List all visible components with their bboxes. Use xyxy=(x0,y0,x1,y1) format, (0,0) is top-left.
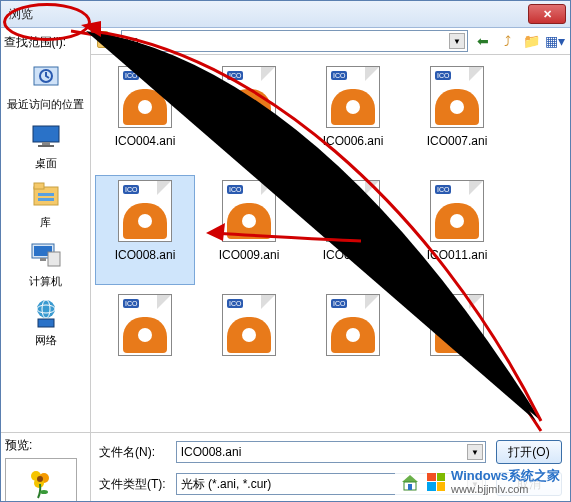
close-button[interactable]: ✕ xyxy=(528,4,566,24)
file-name-label: ICO006.ani xyxy=(323,134,384,148)
window-title: 浏览 xyxy=(5,6,528,23)
places-item-label: 最近访问的位置 xyxy=(6,97,86,112)
svg-rect-6 xyxy=(34,183,44,189)
file-thumbnail: ICO xyxy=(326,180,380,242)
back-icon[interactable]: ⬅ xyxy=(474,32,492,50)
places-item-libraries[interactable]: 库 xyxy=(6,177,86,230)
file-item[interactable]: ICO xyxy=(303,289,403,399)
file-item[interactable]: ICOICO010.ani xyxy=(303,175,403,285)
file-item[interactable]: ICOICO006.ani xyxy=(303,61,403,171)
filename-value: ICO008.ani xyxy=(181,445,242,459)
file-thumbnail: ICO xyxy=(118,66,172,128)
new-folder-icon[interactable]: 📁 xyxy=(522,32,540,50)
recent-icon xyxy=(28,59,64,95)
file-item[interactable]: ICOICO011.ani xyxy=(407,175,507,285)
desktop-icon xyxy=(28,118,64,154)
svg-rect-7 xyxy=(38,193,54,196)
file-item[interactable]: ICOICO004.ani xyxy=(95,61,195,171)
file-item[interactable]: ICOICO009.ani xyxy=(199,175,299,285)
places-item-label: 计算机 xyxy=(6,274,86,289)
file-name-label: ICO008.ani xyxy=(115,248,176,262)
svg-rect-8 xyxy=(38,198,54,201)
svg-rect-4 xyxy=(38,145,54,147)
file-thumbnail: ICO xyxy=(326,294,380,356)
file-panel: co ▼ ⬅ ⤴ 📁 ▦▾ ICOICO004.aniICOICO005.ani… xyxy=(91,28,570,432)
file-thumbnail: ICO xyxy=(222,294,276,356)
chevron-down-icon: ▼ xyxy=(467,444,483,460)
titlebar: 浏览 ✕ xyxy=(1,1,570,28)
svg-rect-12 xyxy=(48,252,60,266)
places-bar: 查找范围(I): 最近访问的位置桌面库计算机网络 xyxy=(1,28,91,432)
file-thumbnail: ICO xyxy=(222,66,276,128)
file-name-label: ICO004.ani xyxy=(115,134,176,148)
file-thumbnail: ICO xyxy=(430,180,484,242)
view-menu-icon[interactable]: ▦▾ xyxy=(546,32,564,50)
file-item[interactable]: ICO xyxy=(95,289,195,399)
file-item[interactable]: ICOICO007.ani xyxy=(407,61,507,171)
up-icon[interactable]: ⤴ xyxy=(498,32,516,50)
filename-combo[interactable]: ICO008.ani ▼ xyxy=(176,441,486,463)
file-name-label: ICO010.ani xyxy=(323,248,384,262)
lookin-value: co xyxy=(126,34,139,48)
file-thumbnail: ICO xyxy=(118,180,172,242)
svg-rect-14 xyxy=(38,319,54,327)
file-item[interactable]: ICOICO008.ani xyxy=(95,175,195,285)
file-thumbnail: ICO xyxy=(326,66,380,128)
windows-logo-icon xyxy=(427,473,445,491)
flower-icon xyxy=(24,466,58,500)
watermark-text: Windows系统之家 xyxy=(451,469,560,483)
svg-point-19 xyxy=(40,490,48,494)
file-thumbnail: ICO xyxy=(222,180,276,242)
chevron-down-icon: ▼ xyxy=(449,33,465,49)
watermark: Windows系统之家 www.bjjmlv.com xyxy=(395,467,564,497)
open-button[interactable]: 打开(O) xyxy=(496,440,562,464)
libraries-icon xyxy=(28,177,64,213)
lookin-combo[interactable]: co ▼ xyxy=(121,30,468,52)
close-icon: ✕ xyxy=(543,8,552,21)
browse-dialog: 浏览 ✕ 查找范围(I): 最近访问的位置桌面库计算机网络 co ▼ ⬅ ⤴ 📁 xyxy=(0,0,571,502)
computer-icon xyxy=(28,236,64,272)
watermark-url: www.bjjmlv.com xyxy=(451,483,560,495)
file-thumbnail: ICO xyxy=(430,294,484,356)
file-list[interactable]: ICOICO004.aniICOICO005.aniICOICO006.aniI… xyxy=(91,55,570,432)
filetype-label: 文件类型(T): xyxy=(99,476,166,493)
svg-rect-3 xyxy=(42,142,50,145)
file-thumbnail: ICO xyxy=(430,66,484,128)
preview-label: 预览: xyxy=(5,437,86,454)
file-name-label: ICO011.ani xyxy=(427,248,488,262)
places-item-label: 库 xyxy=(6,215,86,230)
places-item-label: 网络 xyxy=(6,333,86,348)
folder-icon xyxy=(97,34,115,48)
places-item-desktop[interactable]: 桌面 xyxy=(6,118,86,171)
filename-label: 文件名(N): xyxy=(99,444,166,461)
places-item-computer[interactable]: 计算机 xyxy=(6,236,86,289)
svg-marker-22 xyxy=(402,475,418,482)
toolbar: co ▼ ⬅ ⤴ 📁 ▦▾ xyxy=(91,28,570,55)
file-name-label: ICO007.ani xyxy=(427,134,488,148)
places-item-network[interactable]: 网络 xyxy=(6,295,86,348)
places-item-label: 桌面 xyxy=(6,156,86,171)
file-name-label: ICO009.ani xyxy=(219,248,280,262)
file-thumbnail: ICO xyxy=(118,294,172,356)
file-item[interactable]: ICO xyxy=(199,289,299,399)
preview-panel: 预览: xyxy=(1,433,91,502)
file-item[interactable]: ICO xyxy=(407,289,507,399)
house-icon xyxy=(399,472,421,492)
svg-rect-2 xyxy=(33,126,59,142)
svg-point-13 xyxy=(37,300,55,318)
dialog-body: 查找范围(I): 最近访问的位置桌面库计算机网络 co ▼ ⬅ ⤴ 📁 ▦▾ I… xyxy=(1,28,570,432)
svg-rect-11 xyxy=(40,258,46,261)
svg-point-18 xyxy=(37,476,43,482)
lookin-label: 查找范围(I): xyxy=(4,34,67,51)
places-item-recent[interactable]: 最近访问的位置 xyxy=(6,59,86,112)
svg-rect-24 xyxy=(408,484,412,490)
preview-box xyxy=(5,458,77,502)
filetype-value: 光标 (*.ani, *.cur) xyxy=(181,476,272,493)
network-icon xyxy=(28,295,64,331)
file-item[interactable]: ICOICO005.ani xyxy=(199,61,299,171)
file-name-label: ICO005.ani xyxy=(219,134,280,148)
